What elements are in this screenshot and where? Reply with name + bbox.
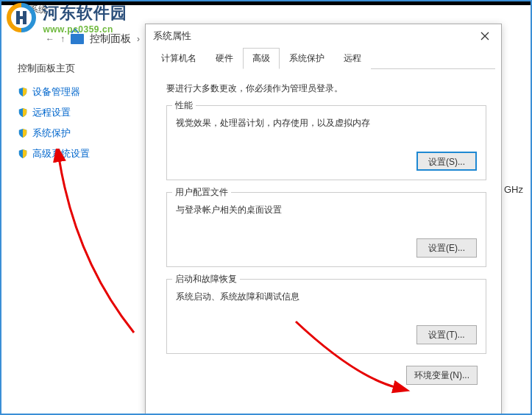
- breadcrumb-label[interactable]: 控制面板: [90, 32, 131, 46]
- performance-settings-button[interactable]: 设置(S)...: [416, 152, 477, 171]
- tab-computer-name[interactable]: 计算机名: [152, 48, 206, 69]
- tab-hardware[interactable]: 硬件: [206, 48, 243, 69]
- sidebar-item-remote[interactable]: 远程设置: [18, 106, 135, 119]
- breadcrumb: ← ↑ 控制面板 ›: [46, 32, 140, 46]
- sidebar-item-advanced[interactable]: 高级系统设置: [18, 147, 135, 160]
- shield-icon: [18, 107, 28, 118]
- dialog-title: 系统属性: [153, 29, 191, 43]
- control-panel-sidebar: 控制面板主页 设备管理器 远程设置 系统保护 高级系统设置: [18, 62, 135, 168]
- sidebar-title[interactable]: 控制面板主页: [18, 62, 135, 75]
- system-properties-dialog: 系统属性 计算机名 硬件 高级 系统保护 远程 要进行大多数更改，你必须作为管理…: [145, 24, 502, 415]
- svg-rect-2: [16, 16, 26, 19]
- sidebar-item-device-manager[interactable]: 设备管理器: [18, 85, 135, 99]
- shield-icon: [18, 149, 28, 159]
- section-desc: 视觉效果，处理器计划，内存使用，以及虚拟内存: [176, 116, 477, 130]
- sidebar-link-label[interactable]: 设备管理器: [32, 85, 80, 99]
- section-desc: 与登录帐户相关的桌面设置: [176, 203, 477, 216]
- tab-content-advanced: 要进行大多数更改，你必须作为管理员登录。 性能 视觉效果，处理器计划，内存使用，…: [146, 69, 501, 392]
- startup-settings-button[interactable]: 设置(T)...: [416, 325, 477, 344]
- user-profile-section: 用户配置文件 与登录帐户相关的桌面设置 设置(E)...: [166, 192, 486, 267]
- shield-icon: [18, 87, 28, 97]
- svg-rect-1: [23, 11, 26, 24]
- sidebar-link-label[interactable]: 高级系统设置: [32, 147, 90, 160]
- profile-settings-button[interactable]: 设置(E)...: [416, 238, 477, 258]
- performance-section: 性能 视觉效果，处理器计划，内存使用，以及虚拟内存 设置(S)...: [166, 105, 486, 180]
- watermark-name: 河东软件园: [43, 2, 127, 24]
- nav-up-icon[interactable]: ↑: [60, 34, 65, 44]
- section-legend: 启动和故障恢复: [172, 273, 240, 285]
- sidebar-link-label[interactable]: 远程设置: [32, 106, 71, 119]
- sidebar-link-label[interactable]: 系统保护: [32, 127, 71, 140]
- folder-icon: [71, 34, 84, 44]
- close-icon: [480, 32, 489, 40]
- tab-bar: 计算机名 硬件 高级 系统保护 远程: [152, 48, 495, 69]
- watermark-logo: 河东软件园 www.pc0359.cn: [5, 1, 127, 35]
- window-titlebar-stub: [1, 1, 531, 5]
- tab-advanced[interactable]: 高级: [243, 48, 280, 69]
- section-desc: 系统启动、系统故障和调试信息: [176, 290, 477, 303]
- tab-remote[interactable]: 远程: [334, 48, 371, 69]
- chevron-right-icon: ›: [137, 34, 140, 44]
- section-legend: 性能: [172, 99, 196, 112]
- dialog-titlebar[interactable]: 系统属性: [146, 24, 501, 48]
- svg-rect-0: [16, 11, 20, 24]
- nav-back-icon[interactable]: ←: [46, 34, 54, 44]
- shield-icon: [18, 128, 28, 138]
- startup-recovery-section: 启动和故障恢复 系统启动、系统故障和调试信息 设置(T)...: [166, 279, 486, 354]
- environment-variables-button[interactable]: 环境变量(N)...: [406, 366, 478, 385]
- intro-text: 要进行大多数更改，你必须作为管理员登录。: [166, 82, 486, 95]
- window-title: 系统: [29, 4, 47, 16]
- section-legend: 用户配置文件: [172, 186, 231, 199]
- annotation-arrow-1: [46, 149, 149, 340]
- sidebar-item-protection[interactable]: 系统保护: [18, 127, 135, 140]
- close-button[interactable]: [470, 25, 500, 47]
- tab-protection[interactable]: 系统保护: [280, 48, 334, 69]
